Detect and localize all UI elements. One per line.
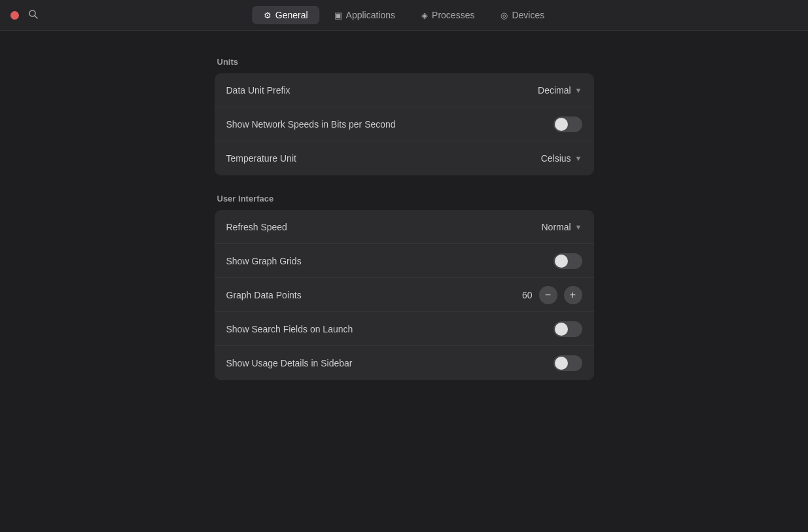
- titlebar: ⚙ General ▣ Applications ◈ Processes ◎ D…: [0, 0, 808, 31]
- units-section-title: Units: [215, 57, 594, 67]
- show-search-fields-row: Show Search Fields on Launch: [215, 312, 594, 346]
- show-usage-details-toggle[interactable]: [553, 355, 582, 371]
- units-card: Data Unit Prefix Decimal ▼ Show Network …: [215, 73, 594, 175]
- close-button[interactable]: [10, 11, 19, 20]
- refresh-speed-row: Refresh Speed Normal ▼: [215, 210, 594, 244]
- temperature-unit-value: Celsius: [541, 153, 571, 164]
- graph-data-points-stepper: 60 − +: [517, 286, 582, 304]
- refresh-speed-value: Normal: [541, 222, 571, 232]
- temperature-unit-label: Temperature Unit: [226, 153, 296, 164]
- data-unit-prefix-label: Data Unit Prefix: [226, 85, 290, 96]
- refresh-speed-label: Refresh Speed: [226, 222, 287, 232]
- graph-data-points-label: Graph Data Points: [226, 290, 302, 300]
- gear-icon: ⚙: [264, 10, 272, 20]
- show-graph-grids-row: Show Graph Grids: [215, 244, 594, 278]
- show-search-fields-toggle[interactable]: [553, 321, 582, 337]
- devices-icon: ◎: [501, 10, 508, 20]
- data-unit-prefix-value: Decimal: [538, 85, 571, 96]
- units-section: Units Data Unit Prefix Decimal ▼ Show Ne…: [215, 57, 594, 175]
- chevron-down-icon: ▼: [575, 86, 582, 94]
- ui-card: Refresh Speed Normal ▼ Show Graph Grids …: [215, 210, 594, 380]
- traffic-lights: [10, 11, 19, 20]
- tab-general-label: General: [275, 10, 308, 20]
- tab-devices-label: Devices: [512, 10, 544, 20]
- chevron-down-icon-refresh: ▼: [575, 223, 582, 231]
- network-speeds-control: [553, 116, 582, 132]
- processes-icon: ◈: [421, 10, 428, 20]
- tab-processes[interactable]: ◈ Processes: [410, 6, 486, 24]
- show-usage-details-control: [553, 355, 582, 371]
- graph-data-points-plus-button[interactable]: +: [564, 286, 582, 304]
- show-graph-grids-toggle[interactable]: [553, 253, 582, 269]
- tab-applications-label: Applications: [346, 10, 396, 20]
- tab-bar: ⚙ General ▣ Applications ◈ Processes ◎ D…: [252, 6, 556, 24]
- graph-data-points-row: Graph Data Points 60 − +: [215, 278, 594, 312]
- temperature-unit-row: Temperature Unit Celsius ▼: [215, 141, 594, 175]
- graph-data-points-value: 60: [517, 290, 533, 300]
- graph-data-points-minus-button[interactable]: −: [539, 286, 557, 304]
- tab-applications[interactable]: ▣ Applications: [323, 6, 408, 24]
- network-speeds-row: Show Network Speeds in Bits per Second: [215, 107, 594, 141]
- tab-general[interactable]: ⚙ General: [252, 6, 320, 24]
- show-graph-grids-control: [553, 253, 582, 269]
- network-speeds-label: Show Network Speeds in Bits per Second: [226, 119, 396, 130]
- tab-processes-label: Processes: [432, 10, 474, 20]
- main-content: Units Data Unit Prefix Decimal ▼ Show Ne…: [0, 31, 808, 425]
- show-usage-details-label: Show Usage Details in Sidebar: [226, 358, 353, 368]
- svg-line-1: [35, 16, 37, 18]
- search-button[interactable]: [28, 9, 38, 21]
- data-unit-prefix-dropdown[interactable]: Decimal ▼: [538, 85, 582, 96]
- data-unit-prefix-row: Data Unit Prefix Decimal ▼: [215, 73, 594, 107]
- show-graph-grids-label: Show Graph Grids: [226, 256, 302, 266]
- applications-icon: ▣: [334, 10, 342, 20]
- chevron-down-icon-temp: ▼: [575, 154, 582, 162]
- show-search-fields-control: [553, 321, 582, 337]
- show-usage-details-row: Show Usage Details in Sidebar: [215, 346, 594, 380]
- network-speeds-toggle[interactable]: [553, 116, 582, 132]
- ui-section-title: User Interface: [215, 194, 594, 204]
- temperature-unit-dropdown[interactable]: Celsius ▼: [541, 153, 582, 164]
- ui-section: User Interface Refresh Speed Normal ▼ Sh…: [215, 194, 594, 380]
- tab-devices[interactable]: ◎ Devices: [489, 6, 556, 24]
- refresh-speed-dropdown[interactable]: Normal ▼: [541, 222, 582, 232]
- show-search-fields-label: Show Search Fields on Launch: [226, 324, 353, 334]
